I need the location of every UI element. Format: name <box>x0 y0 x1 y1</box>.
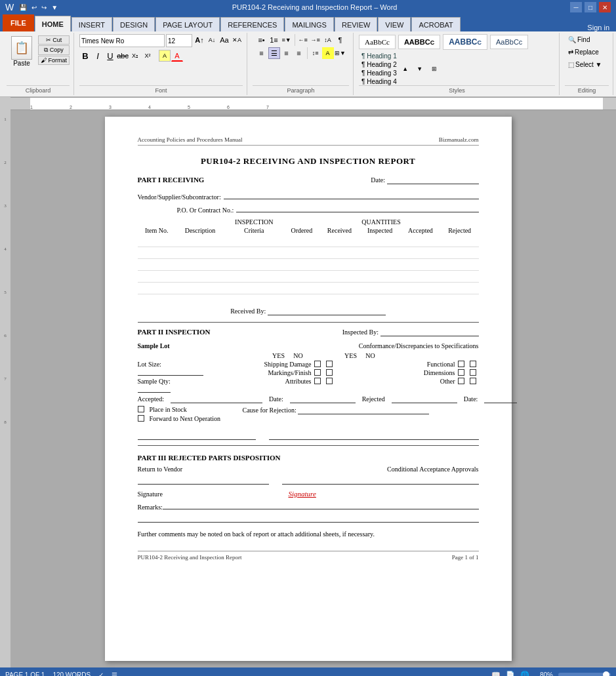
dimensions-no-checkbox[interactable] <box>470 369 476 376</box>
tab-references[interactable]: REFERENCES <box>220 17 284 31</box>
style-no-spacing[interactable]: AABBCC <box>398 35 440 49</box>
heading1-style-item[interactable]: ¶ Heading 1 <box>361 52 397 60</box>
font-size-input[interactable] <box>166 34 192 47</box>
styles-dialog[interactable]: ⊞ <box>428 63 440 75</box>
style-heading2[interactable]: AaBbCc <box>490 35 528 49</box>
cut-button[interactable]: ✂ Cut <box>38 35 70 45</box>
tab-home[interactable]: HOME <box>35 16 71 31</box>
part2-sig-line-right[interactable] <box>269 431 479 440</box>
dimensions-yes-checkbox[interactable] <box>458 369 464 376</box>
sample-qty-field[interactable] <box>138 385 171 393</box>
heading3-style-item[interactable]: ¶ Heading 3 <box>361 70 397 77</box>
other-yes-checkbox[interactable] <box>458 378 464 384</box>
paste-button[interactable]: 📋 Paste <box>7 34 37 69</box>
heading2-style-item[interactable]: ¶ Heading 2 <box>361 61 397 68</box>
increase-indent-button[interactable]: →≡ <box>310 34 321 46</box>
date-field[interactable] <box>387 176 479 184</box>
conditional-sig-line[interactable] <box>282 475 479 485</box>
rejected-field[interactable] <box>392 395 457 403</box>
save-button[interactable]: 💾 <box>18 4 28 11</box>
po-field[interactable] <box>236 203 478 212</box>
inspected-by-field[interactable] <box>380 328 479 336</box>
forward-checkbox[interactable] <box>138 415 144 422</box>
other-no-checkbox[interactable] <box>470 378 476 384</box>
numbering-button[interactable]: 1≡ <box>268 34 280 46</box>
styles-scroll-down[interactable]: ▼ <box>414 63 426 75</box>
underline-button[interactable]: U <box>104 50 116 62</box>
accepted-field[interactable] <box>171 395 262 403</box>
justify-button[interactable]: ≡ <box>293 47 305 59</box>
style-heading1[interactable]: AABBCC <box>443 34 487 50</box>
decrease-indent-button[interactable]: ←≡ <box>297 34 309 46</box>
italic-button[interactable]: I <box>92 50 104 62</box>
select-button[interactable]: ⬚ Select ▼ <box>565 59 609 70</box>
font-grow-button[interactable]: A↑ <box>194 34 205 46</box>
remarks-field[interactable] <box>163 500 479 509</box>
borders-button[interactable]: ⊞▼ <box>335 47 346 59</box>
line-spacing-button[interactable]: ↕≡ <box>310 47 321 59</box>
redo-button[interactable]: ↪ <box>40 4 48 11</box>
markings-no-checkbox[interactable] <box>326 369 333 376</box>
tab-design[interactable]: DESIGN <box>113 17 155 31</box>
align-center-button[interactable]: ☰ <box>268 47 280 59</box>
shipping-no-checkbox[interactable] <box>326 361 333 367</box>
print-layout-button[interactable]: 📄 <box>506 671 515 677</box>
accepted-date-field[interactable] <box>290 395 356 403</box>
replace-button[interactable]: ⇄ Replace <box>565 47 609 58</box>
font-shrink-button[interactable]: A↓ <box>206 34 218 46</box>
tab-page-layout[interactable]: PAGE LAYOUT <box>155 17 220 31</box>
web-layout-button[interactable]: 🌐 <box>520 671 529 677</box>
style-normal[interactable]: AaBbCc <box>359 35 396 49</box>
maximize-button[interactable]: □ <box>585 2 596 12</box>
strikethrough-button[interactable]: abc <box>117 50 129 62</box>
signin-link[interactable]: Sign in <box>581 24 616 31</box>
signature-link[interactable]: Signature <box>289 490 316 498</box>
tab-view[interactable]: VIEW <box>378 17 411 31</box>
show-formatting-button[interactable]: ¶ <box>335 34 346 46</box>
tab-file[interactable]: FILE <box>3 14 34 31</box>
return-sig-line[interactable] <box>138 475 269 485</box>
tab-insert[interactable]: INSERT <box>72 17 112 31</box>
copy-button[interactable]: ⧉ Copy <box>38 45 70 55</box>
font-color-button[interactable]: A <box>171 50 183 62</box>
tab-acrobat[interactable]: ACROBAT <box>411 17 460 31</box>
sort-button[interactable]: ↕A <box>322 34 334 46</box>
attributes-no-checkbox[interactable] <box>326 378 333 384</box>
styles-scroll-up[interactable]: ▲ <box>400 63 411 75</box>
lot-size-field[interactable] <box>138 368 203 376</box>
align-left-button[interactable]: ≡ <box>256 47 268 59</box>
font-name-input[interactable] <box>79 34 165 47</box>
undo-button[interactable]: ↩ <box>30 4 38 11</box>
heading4-style-item[interactable]: ¶ Heading 4 <box>361 78 397 85</box>
tab-mailings[interactable]: MAILINGS <box>285 17 334 31</box>
cause-field[interactable] <box>298 407 429 414</box>
markings-yes-checkbox[interactable] <box>314 369 321 376</box>
clear-format-button[interactable]: ✕A <box>231 34 243 46</box>
tab-review[interactable]: REVIEW <box>335 17 377 31</box>
superscript-button[interactable]: X² <box>142 50 154 62</box>
format-painter-button[interactable]: 🖌 Format <box>38 56 70 65</box>
functional-yes-checkbox[interactable] <box>458 361 464 367</box>
functional-no-checkbox[interactable] <box>470 361 476 367</box>
read-mode-button[interactable]: 📖 <box>491 671 501 677</box>
multilevel-list-button[interactable]: ≡▼ <box>281 34 293 46</box>
find-button[interactable]: 🔍 Find <box>565 34 609 45</box>
place-in-stock-checkbox[interactable] <box>138 406 144 412</box>
close-button[interactable]: ✕ <box>599 2 611 12</box>
bold-button[interactable]: B <box>79 50 91 62</box>
rejected-date-field[interactable] <box>484 395 517 403</box>
subscript-button[interactable]: X₂ <box>129 50 141 62</box>
shading-button[interactable]: A <box>322 47 334 59</box>
minimize-button[interactable]: ─ <box>570 2 582 12</box>
part2-sig-line-left[interactable] <box>138 431 256 440</box>
attributes-yes-checkbox[interactable] <box>314 378 321 384</box>
received-by-field[interactable] <box>268 308 386 315</box>
align-right-button[interactable]: ≡ <box>281 47 293 59</box>
bullets-button[interactable]: ≡• <box>256 34 268 46</box>
qa-dropdown-button[interactable]: ▼ <box>50 4 59 11</box>
shipping-yes-checkbox[interactable] <box>314 361 321 367</box>
text-highlight-button[interactable]: A <box>159 50 171 62</box>
vendor-field[interactable] <box>224 190 479 199</box>
zoom-slider[interactable] <box>558 673 611 676</box>
change-case-button[interactable]: Aa <box>218 34 230 46</box>
